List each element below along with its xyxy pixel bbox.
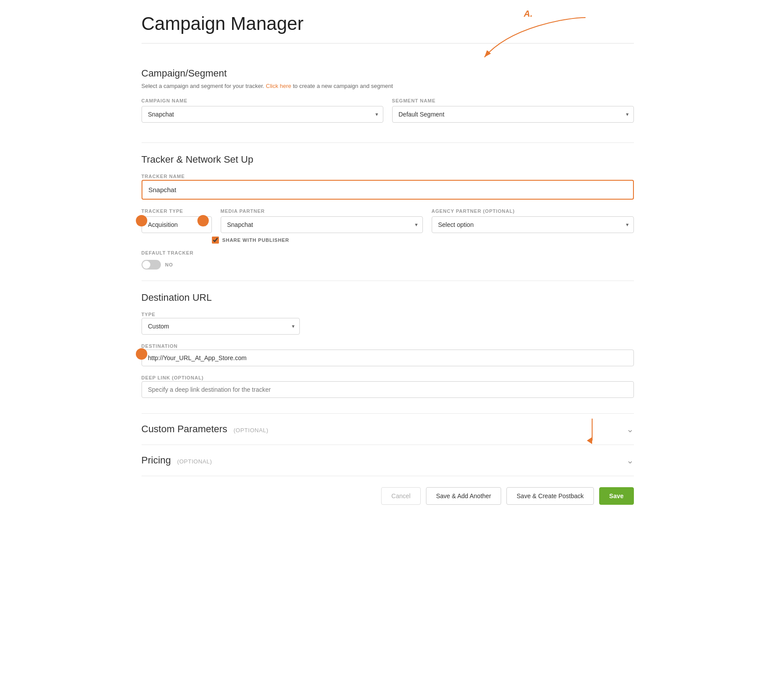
type-label: TYPE xyxy=(142,312,156,317)
deep-link-group: DEEP LINK (OPTIONAL) xyxy=(142,373,634,398)
type-select[interactable]: Custom App Store Google Play xyxy=(142,318,300,335)
campaign-name-select[interactable]: Snapchat xyxy=(142,106,383,123)
custom-parameters-optional: (OPTIONAL) xyxy=(233,427,268,434)
campaign-name-group: CAMPAIGN NAME Snapchat ▾ xyxy=(142,98,383,123)
tracker-type-dot xyxy=(136,215,147,226)
toggle-no-label: NO xyxy=(165,262,173,267)
type-select-wrapper: Custom App Store Google Play ▾ xyxy=(142,318,300,335)
custom-parameters-section[interactable]: Custom Parameters (OPTIONAL) ⌄ xyxy=(142,414,634,445)
agency-partner-select-wrapper: Select option ▾ xyxy=(432,216,634,233)
tracker-name-label: TRACKER NAME xyxy=(142,174,185,179)
default-tracker-row: NO xyxy=(142,260,634,270)
campaign-name-select-wrapper: Snapchat ▾ xyxy=(142,106,383,123)
destination-url-title: Destination URL xyxy=(142,292,634,303)
campaign-name-label: CAMPAIGN NAME xyxy=(142,98,383,103)
default-tracker-toggle[interactable] xyxy=(142,260,161,270)
share-publisher-label: SHARE WITH PUBLISHER xyxy=(222,237,289,243)
deep-link-label: DEEP LINK (OPTIONAL) xyxy=(142,375,204,380)
save-add-another-button[interactable]: Save & Add Another xyxy=(426,487,501,505)
save-create-postback-button[interactable]: Save & Create Postback xyxy=(506,487,594,505)
pricing-chevron[interactable]: ⌄ xyxy=(626,455,634,466)
tracker-network-title: Tracker & Network Set Up xyxy=(142,154,634,165)
campaign-segment-section: Campaign/Segment Select a campaign and s… xyxy=(142,57,634,143)
pricing-optional: (OPTIONAL) xyxy=(177,458,212,465)
campaign-segment-subtitle: Select a campaign and segment for your t… xyxy=(142,83,634,89)
default-tracker-label: DEFAULT TRACKER xyxy=(142,250,634,255)
save-button[interactable]: Save xyxy=(599,487,634,505)
segment-name-select[interactable]: Default Segment xyxy=(392,106,634,123)
media-partner-select[interactable]: Snapchat xyxy=(221,216,423,233)
share-publisher-checkbox[interactable] xyxy=(212,237,219,244)
tracker-network-section: Tracker & Network Set Up TRACKER NAME Sn… xyxy=(142,143,634,281)
media-partner-label: MEDIA PARTNER xyxy=(221,208,423,214)
destination-url-section: Destination URL TYPE Custom App Store Go… xyxy=(142,281,634,414)
down-arrow-annotation xyxy=(583,419,601,445)
annotation-a-label: A. xyxy=(524,9,533,19)
media-partner-group: MEDIA PARTNER Snapchat ▾ xyxy=(221,208,423,233)
create-campaign-link[interactable]: Click here xyxy=(266,83,291,89)
deep-link-input[interactable] xyxy=(142,381,634,398)
destination-dot xyxy=(136,348,147,360)
destination-input[interactable] xyxy=(142,350,634,366)
pricing-section[interactable]: Pricing (OPTIONAL) ⌄ xyxy=(142,445,634,476)
tracker-type-label: TRACKER TYPE xyxy=(142,208,212,214)
agency-partner-label: AGENCY PARTNER (OPTIONAL) xyxy=(432,208,634,214)
footer-actions: Cancel Save & Add Another Save & Create … xyxy=(142,476,634,509)
media-partner-select-wrapper: Snapchat ▾ xyxy=(221,216,423,233)
pricing-title: Pricing (OPTIONAL) xyxy=(142,455,212,466)
custom-parameters-chevron[interactable]: ⌄ xyxy=(626,424,634,434)
segment-name-select-wrapper: Default Segment ▾ xyxy=(392,106,634,123)
segment-name-group: SEGMENT NAME Default Segment ▾ xyxy=(392,98,634,123)
custom-parameters-title: Custom Parameters (OPTIONAL) xyxy=(142,423,269,435)
page-title: Campaign Manager xyxy=(142,13,634,44)
agency-partner-group: AGENCY PARTNER (OPTIONAL) Select option … xyxy=(432,208,634,233)
segment-name-label: SEGMENT NAME xyxy=(392,98,634,103)
cancel-button[interactable]: Cancel xyxy=(381,487,421,505)
agency-partner-select[interactable]: Select option xyxy=(432,216,634,233)
tracker-name-input[interactable]: Snapchat xyxy=(142,180,634,200)
destination-label: DESTINATION xyxy=(142,343,178,349)
media-partner-dot xyxy=(197,215,209,226)
destination-group: DESTINATION xyxy=(142,342,634,366)
campaign-segment-title: Campaign/Segment xyxy=(142,68,634,79)
share-publisher-row: SHARE WITH PUBLISHER xyxy=(212,237,634,244)
